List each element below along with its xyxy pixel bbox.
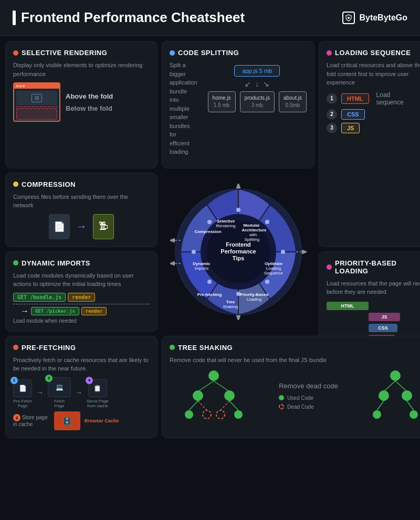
get-bundle-tag: GET /bundle.js (13, 293, 66, 302)
seq-num-2: 2 (327, 109, 337, 120)
seq-label-css: CSS (341, 109, 365, 120)
browser-dot-1 (16, 85, 18, 87)
svg-text:Performance: Performance (220, 248, 256, 254)
svg-line-44 (220, 401, 229, 410)
seq-item-css: 2 CSS (327, 109, 420, 120)
tree-shaking-middle: Remove dead code Used Code Dead Code (279, 382, 338, 410)
wheel-svg: Modular Architecture with Splitting Opti… (170, 184, 307, 320)
svg-point-41 (224, 390, 235, 401)
step-num-4: 4 (86, 377, 93, 384)
render-tag-1: render (68, 293, 95, 302)
svg-point-57 (373, 410, 381, 419)
prefetch-step-1: 1 📄 Pre-FetchPage (13, 379, 32, 408)
loading-sequence-title: LOADING SEQUENCE (327, 49, 420, 57)
bar-html: HTML (327, 302, 420, 310)
split-arrows: ↙↓↘ (245, 80, 269, 88)
title-bar-icon (13, 10, 16, 25)
main-bundle-box: app.js 5 mb (234, 65, 280, 77)
prefetching-title: PRE-FETCHING (13, 344, 150, 352)
svg-point-9 (192, 250, 196, 254)
img-placeholder: 🖼 (32, 94, 42, 102)
tree-shaking-desc: Remove code that will never be used from… (170, 356, 420, 365)
seq-label-js: JS (341, 123, 360, 133)
cache-row: 2 Store pagein cache 🗄️ Browser Cache (13, 411, 150, 430)
prefetching-card: PRE-FETCHING Proactively fetch or cache … (5, 336, 158, 438)
fold-line (16, 107, 57, 107)
tree-visual: Remove dead code Used Code Dead Code (170, 369, 420, 422)
tree-before-svg (180, 369, 248, 422)
svg-point-0 (348, 17, 350, 19)
svg-point-37 (208, 370, 219, 381)
compression-dot (13, 182, 18, 187)
svg-text:Compression: Compression (194, 229, 221, 234)
dynamic-imports-card: DYNAMIC IMPORTS Load code modules dynami… (5, 251, 158, 332)
svg-point-10 (207, 220, 212, 224)
svg-point-8 (207, 280, 212, 284)
bar-css: CSS (327, 324, 420, 332)
svg-line-56 (407, 401, 414, 410)
svg-line-38 (198, 381, 214, 391)
svg-line-55 (377, 401, 384, 410)
step-num-1: 1 (10, 377, 18, 384)
prefetching-dot (13, 345, 18, 350)
prefetch-icon-serve: 4 📋 (88, 379, 107, 397)
svg-point-53 (379, 390, 389, 401)
below-fold-area (16, 108, 57, 120)
svg-point-6 (265, 280, 269, 284)
compression-title: COMPRESSION (13, 181, 150, 188)
svg-text:Shaking: Shaking (223, 304, 238, 309)
bar-js: JS (327, 313, 420, 321)
svg-point-4 (265, 220, 269, 224)
svg-text:Frontend: Frontend (226, 241, 251, 248)
dynamic-imports-title: DYNAMIC IMPORTS (13, 259, 150, 267)
code-splitting-dot (170, 50, 175, 56)
prefetch-step-fetch: 3 💻 FetchPage (48, 377, 71, 408)
prefetching-desc: Proactively fetch or cache resources tha… (13, 356, 150, 373)
svg-text:Imports: Imports (194, 266, 208, 271)
browser-top-bar (14, 83, 59, 89)
store-cache-label: 2 Store pagein cache (13, 414, 48, 427)
browser-cache-label: Browser Cache (85, 418, 119, 423)
browser-content: 🖼 (14, 89, 59, 122)
selective-rendering-dot (13, 50, 18, 56)
seq-items: 1 HTML Loadsequence 2 CSS 3 JS (327, 91, 420, 133)
compression-desc: Compress files before sending them over … (13, 193, 150, 210)
svg-text:Dynamic: Dynamic (193, 261, 211, 266)
code-splitting-card: CODE SPLITTING Split a bigger applicatio… (162, 41, 314, 168)
prefetch-steps: 1 📄 Pre-FetchPage → 3 💻 FetchPage → 4 📋 (13, 377, 150, 408)
pbar-js: JS (369, 313, 400, 321)
seq-item-js: 3 JS (327, 123, 420, 133)
priority-loading-desc: Load resources that the page will need b… (327, 279, 420, 296)
step-3-arrow: → (75, 388, 82, 397)
browser-cache-icon: 🗄️ (54, 411, 80, 430)
svg-text:Sequence: Sequence (264, 271, 283, 275)
remove-dead-label: Remove dead code (279, 382, 338, 390)
fold-labels: Above the fold Below the fold (66, 92, 113, 112)
seq-num-1: 1 (327, 93, 337, 104)
svg-text:Loading: Loading (246, 297, 261, 302)
legend-used: Used Code (279, 395, 338, 401)
render-tag-2: render (81, 307, 107, 315)
svg-text:Rendering: Rendering (216, 224, 235, 228)
dashed-divider (13, 304, 150, 304)
logo-icon (342, 12, 355, 24)
svg-text:Optimize: Optimize (265, 261, 282, 266)
used-dot (279, 395, 284, 400)
bundle-visual: app.js 5 mb ↙↓↘ home.js1.5 mb products.j… (208, 65, 307, 112)
prefetch-icon-1: 1 📄 (13, 379, 32, 397)
tree-legend: Used Code Dead Code (279, 395, 338, 410)
loading-sequence-desc: Load critical resources and above the fo… (327, 61, 420, 87)
fold-visual: 🖼 Above the fold Below the fold (13, 82, 150, 122)
legend-used-label: Used Code (287, 395, 313, 401)
compress-arrow: → (76, 220, 87, 232)
browser-dot-3 (23, 85, 25, 87)
seq-num-3: 3 (327, 123, 337, 133)
seq-item-html: 1 HTML Loadsequence (327, 91, 420, 106)
small-bundles: home.js1.5 mb products.js3 mb about.js0.… (208, 91, 307, 112)
compression-card: COMPRESSION Compress files before sendin… (5, 173, 158, 247)
loading-sequence-card: LOADING SEQUENCE Load critical resources… (319, 41, 420, 247)
svg-point-46 (185, 410, 193, 419)
selective-rendering-desc: Display only visible elements to optimiz… (13, 61, 150, 78)
dead-dot (279, 404, 284, 409)
loading-sequence-dot (327, 50, 332, 56)
